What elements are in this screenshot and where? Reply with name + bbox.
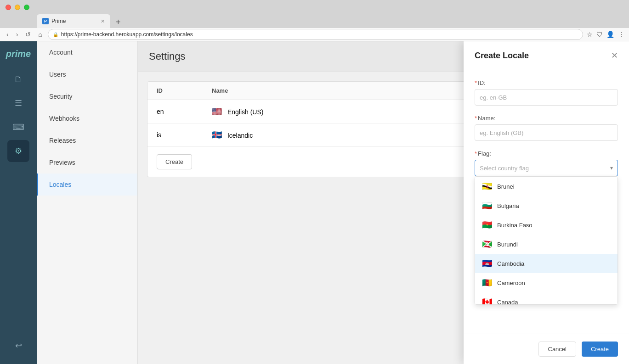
flag-dropdown: 🇧🇳 Brunei 🇧🇬 Bulgaria 🇧🇫 Burkina Faso — [475, 176, 618, 305]
forward-button[interactable]: › — [14, 30, 20, 39]
settings-sidebar: Account Users Security Webhooks Releases… — [37, 41, 138, 364]
flag-option-canada[interactable]: 🇨🇦 Canada — [475, 292, 618, 305]
home-button[interactable]: ⌂ — [36, 30, 44, 39]
page-title: Settings — [149, 50, 186, 62]
traffic-light-close[interactable] — [6, 5, 11, 10]
cambodia-flag-icon: 🇰🇭 — [482, 258, 493, 269]
sidebar-item-releases[interactable]: Releases — [37, 129, 137, 151]
locale-id-is: is — [157, 131, 212, 139]
icon-sidebar: prime 🗋 ☰ ⌨ ⚙ ↩ — [0, 41, 37, 364]
new-tab-button[interactable]: + — [112, 17, 125, 27]
drawer-body: * ID: * Name: * Flag — [464, 70, 629, 334]
browser-actions: ☆ 🛡 👤 ⋮ — [587, 31, 624, 38]
col-header-id: ID — [157, 87, 212, 94]
profile-button[interactable]: 👤 — [606, 31, 614, 38]
sidebar-item-terminal[interactable]: ⌨ — [7, 116, 29, 138]
flag-required-star: * — [475, 150, 477, 157]
id-required-star: * — [475, 79, 477, 86]
browser-tab-area: P Prime ✕ + — [0, 14, 629, 28]
sidebar-item-grid[interactable]: ☰ — [7, 92, 29, 114]
cameroon-flag-icon: 🇨🇲 — [482, 278, 493, 288]
lock-icon: 🔒 — [53, 32, 58, 37]
browser-titlebar — [0, 0, 629, 14]
flag-placeholder: Select country flag — [480, 165, 529, 172]
sidebar-item-users[interactable]: Users — [37, 63, 137, 85]
cancel-button[interactable]: Cancel — [538, 342, 576, 357]
app-logo: prime — [6, 49, 31, 59]
bulgaria-flag-icon: 🇧🇬 — [482, 201, 493, 211]
sidebar-item-settings[interactable]: ⚙ — [7, 140, 29, 162]
browser-tab-active[interactable]: P Prime ✕ — [37, 14, 110, 28]
logout-icon[interactable]: ↩ — [7, 335, 29, 357]
traffic-light-maximize[interactable] — [24, 5, 29, 10]
flag-option-cameroon[interactable]: 🇨🇲 Cameroon — [475, 273, 618, 292]
burkina-flag-icon: 🇧🇫 — [482, 220, 493, 230]
refresh-button[interactable]: ↺ — [23, 30, 33, 39]
drawer-title: Create Locale — [475, 51, 529, 61]
flag-option-brunei[interactable]: 🇧🇳 Brunei — [475, 177, 618, 196]
main-content: Settings ID Name en 🇺🇸 English (US) is — [138, 41, 629, 364]
id-input[interactable] — [475, 89, 618, 106]
flag-option-bulgaria[interactable]: 🇧🇬 Bulgaria — [475, 196, 618, 215]
flag-option-burkina-faso[interactable]: 🇧🇫 Burkina Faso — [475, 215, 618, 235]
create-locale-button[interactable]: Create — [157, 154, 192, 169]
sidebar-bottom: ↩ — [7, 335, 29, 357]
sidebar-item-locales[interactable]: Locales — [37, 174, 137, 196]
flag-select-input[interactable]: Select country flag ▾ — [475, 160, 618, 176]
name-label: * Name: — [475, 115, 618, 122]
sidebar-item-documents[interactable]: 🗋 — [7, 68, 29, 90]
tab-close-button[interactable]: ✕ — [101, 18, 105, 24]
tab-favicon: P — [42, 18, 49, 24]
flag-is: 🇮🇸 — [212, 130, 222, 140]
create-locale-drawer: Create Locale ✕ * ID: * Name: — [464, 41, 629, 364]
flag-select-container: Select country flag ▾ 🇧🇳 Brunei 🇧🇬 Bulga… — [475, 160, 618, 176]
canada-flag-icon: 🇨🇦 — [482, 297, 493, 305]
back-button[interactable]: ‹ — [5, 30, 11, 39]
flag-option-burundi[interactable]: 🇧🇮 Burundi — [475, 235, 618, 254]
drawer-footer: Cancel Create — [464, 334, 629, 364]
sidebar-item-webhooks[interactable]: Webhooks — [37, 107, 137, 129]
app-container: prime 🗋 ☰ ⌨ ⚙ ↩ Account Users Security W… — [0, 41, 629, 364]
browser-addressbar: ‹ › ↺ ⌂ 🔒 https://prime-backend.herokuap… — [0, 28, 629, 41]
flag-us: 🇺🇸 — [212, 107, 222, 116]
locale-id-en: en — [157, 108, 212, 115]
shield-icon[interactable]: 🛡 — [596, 31, 603, 38]
id-field-group: * ID: — [475, 79, 618, 106]
star-button[interactable]: ☆ — [587, 31, 593, 38]
sidebar-item-account[interactable]: Account — [37, 41, 137, 63]
name-required-star: * — [475, 115, 477, 122]
brunei-flag-icon: 🇧🇳 — [482, 181, 493, 191]
flag-label: * Flag: — [475, 150, 618, 157]
flag-option-cambodia[interactable]: 🇰🇭 Cambodia — [475, 254, 618, 273]
tab-title: Prime — [51, 18, 66, 24]
traffic-light-minimize[interactable] — [15, 5, 20, 10]
menu-button[interactable]: ⋮ — [618, 31, 624, 38]
name-field-group: * Name: — [475, 115, 618, 141]
sidebar-item-previews[interactable]: Previews — [37, 151, 137, 174]
drawer-create-button[interactable]: Create — [582, 342, 618, 357]
flag-field-group: * Flag: Select country flag ▾ 🇧🇳 Brunei — [475, 150, 618, 176]
burundi-flag-icon: 🇧🇮 — [482, 239, 493, 249]
chevron-down-icon: ▾ — [610, 165, 613, 171]
url-text: https://prime-backend.herokuapp.com/sett… — [61, 31, 578, 38]
id-label: * ID: — [475, 79, 618, 86]
drawer-close-button[interactable]: ✕ — [611, 50, 618, 61]
drawer-header: Create Locale ✕ — [464, 41, 629, 70]
name-input[interactable] — [475, 124, 618, 141]
sidebar-item-security[interactable]: Security — [37, 85, 137, 107]
browser-chrome: P Prime ✕ + ‹ › ↺ ⌂ 🔒 https://prime-back… — [0, 0, 629, 41]
url-bar[interactable]: 🔒 https://prime-backend.herokuapp.com/se… — [48, 29, 583, 40]
